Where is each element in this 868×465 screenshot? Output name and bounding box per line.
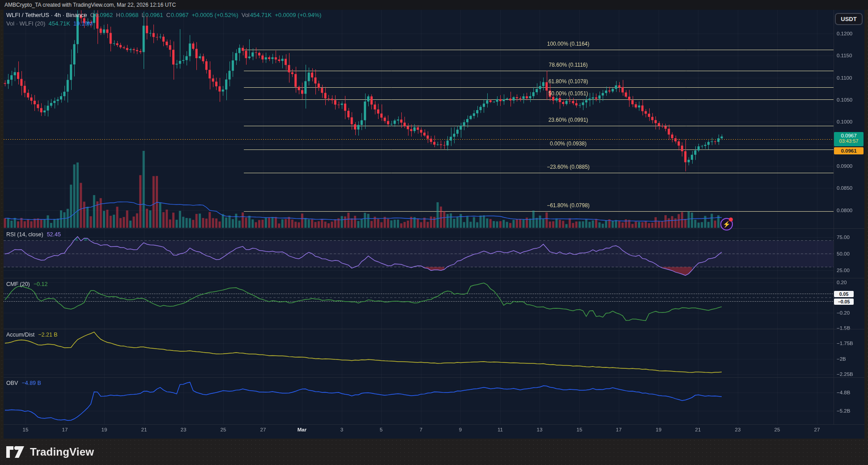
chart-canvas[interactable] (0, 0, 868, 465)
pane-separator (4, 424, 864, 425)
footer-bar: TradingView (0, 439, 868, 465)
volume-indicator-value: 454.71K (48, 20, 70, 27)
pane-separator[interactable] (4, 278, 864, 278)
lightning-icon: ⚡ (723, 221, 730, 228)
volume-change: +0.0009 (+0.94%) (275, 12, 321, 18)
notification-dot (729, 218, 733, 222)
symbol-legend: WLFI / TetherUS · 4h · Binance O0.0962 H… (6, 12, 321, 18)
obv-value: −4.89 B (21, 380, 41, 386)
pane-separator[interactable] (4, 329, 864, 329)
last-price-value: 0.0967 (834, 133, 864, 138)
cmf-level-badge-low: −0.05 (834, 299, 854, 305)
ohlc-low: L0.0961 (141, 12, 163, 18)
cmf-level-badge-high: 0.05 (834, 291, 854, 297)
price-change: +0.0005 (+0.52%) (192, 12, 238, 18)
obv-legend: OBV −4.89 B (6, 380, 41, 386)
rsi-legend: RSI (14, close) 52.45 (6, 231, 61, 238)
symbol-title[interactable]: WLFI / TetherUS · 4h · Binance (6, 12, 87, 18)
rsi-value: 52.45 (47, 231, 61, 238)
quick-trade-button[interactable]: ⚡ (720, 218, 733, 230)
cmf-legend: CMF (20) −0.12 (6, 281, 47, 287)
cmf-label[interactable]: CMF (20) (6, 281, 30, 287)
obv-label[interactable]: OBV (6, 380, 18, 386)
attribution-text: AMBCrypto_TA created with TradingView.co… (4, 2, 176, 8)
rsi-label[interactable]: RSI (14, close) (6, 231, 43, 238)
tradingview-logo-icon[interactable] (6, 444, 25, 460)
accdist-value: −2.21 B (38, 332, 57, 338)
secondary-price-badge: 0.0961 (834, 147, 864, 154)
ohlc-high: H0.0968 (116, 12, 138, 18)
volume-ma-value: 19.19M (73, 20, 93, 27)
pane-separator[interactable] (4, 228, 864, 229)
cmf-value: −0.12 (34, 281, 48, 287)
ohlc-close: C0.0967 (166, 12, 188, 18)
accdist-legend: Accum/Dist −2.21 B (6, 332, 58, 338)
ohlc-open: O0.0962 (90, 12, 113, 18)
price-axis-border (834, 10, 834, 424)
volume-legend: Vol · WLFI (20) 454.71K 19.19M (6, 20, 93, 27)
pane-separator[interactable] (4, 377, 864, 378)
attribution-bar: AMBCrypto_TA created with TradingView.co… (0, 0, 868, 10)
last-price-badge: 0.0967 03:43:57 (834, 132, 864, 146)
tradingview-wordmark[interactable]: TradingView (30, 446, 94, 458)
volume-readout: Vol454.71K (242, 12, 272, 18)
volume-indicator-label[interactable]: Vol · WLFI (20) (6, 20, 45, 27)
bar-countdown: 03:43:57 (834, 138, 864, 144)
tradingview-snapshot: AMBCrypto_TA created with TradingView.co… (0, 0, 868, 465)
accdist-label[interactable]: Accum/Dist (6, 332, 34, 338)
currency-toggle-badge[interactable]: USDT (835, 13, 863, 25)
